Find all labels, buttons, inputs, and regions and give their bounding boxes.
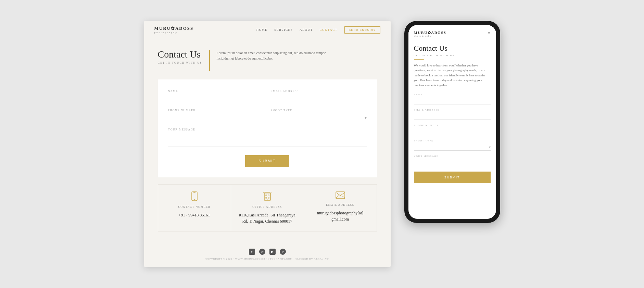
pinterest-icon[interactable]: P <box>280 249 286 255</box>
form-row-1: NAME EMAIL ADDRESS <box>168 90 367 102</box>
mobile-phone-input[interactable] <box>414 128 491 135</box>
desktop-content: Contact Us GET IN TOUCH WITH US Lorem ip… <box>144 39 391 242</box>
svg-rect-5 <box>266 195 267 196</box>
main-container: MURU✿ADOSS photography HOME SERVICES ABO… <box>7 11 637 277</box>
phone-frame: MURU✿ADOSS photography ≡ Contact Us GET … <box>404 21 500 223</box>
mobile-message-field: YOUR MESSAGE <box>414 155 491 166</box>
mobile-gold-divider <box>414 59 424 60</box>
phone-field: PHONE NUMBER <box>168 109 264 121</box>
name-label: NAME <box>168 90 264 93</box>
footer: f ◎ ▶ P COPYRIGHT © 2020 · WWW.MURUGADOS… <box>144 242 391 267</box>
svg-point-2 <box>194 199 195 200</box>
mobile-phone-label: PHONE NUMBER <box>414 124 491 127</box>
send-enquiry-button[interactable]: SEND ENQUIRY <box>344 26 380 34</box>
logo: MURU✿ADOSS photography <box>154 26 194 34</box>
header-description: Lorem ipsum dolor sit amet, consectetur … <box>217 49 333 61</box>
nav-links: HOME SERVICES ABOUT CONTACT SEND ENQUIRY <box>256 26 380 34</box>
footer-text: COPYRIGHT © 2020 · WWW.MURUGADOSSPHOTOGR… <box>151 258 384 260</box>
gold-divider <box>209 50 210 71</box>
nav-home[interactable]: HOME <box>256 28 268 32</box>
desktop-nav: MURU✿ADOSS photography HOME SERVICES ABO… <box>144 21 391 39</box>
shoot-type-label: SHOOT TYPE <box>271 109 367 112</box>
nav-services[interactable]: SERVICES <box>274 28 293 32</box>
email-label: EMAIL ADDRESS <box>271 90 367 93</box>
email-field: EMAIL ADDRESS <box>271 90 367 102</box>
phone-label: PHONE NUMBER <box>168 109 264 112</box>
svg-rect-1 <box>193 192 195 193</box>
phone-container: MURU✿ADOSS photography ≡ Contact Us GET … <box>404 21 500 223</box>
hamburger-icon[interactable]: ≡ <box>488 30 491 36</box>
mobile-shoot-select-wrapper: Wedding Portrait <box>414 143 491 151</box>
contact-number-type: CONTACT NUMBER <box>163 205 226 209</box>
logo-subtitle: photography <box>154 31 178 34</box>
header-subtitle: GET IN TOUCH WITH US <box>158 61 202 64</box>
mobile-page-title: Contact Us <box>414 44 491 53</box>
contact-number-card: CONTACT NUMBER +91 - 99418 86161 <box>158 185 231 231</box>
facebook-icon[interactable]: f <box>249 249 255 255</box>
mobile-email-label: EMAIL ADDRESS <box>414 109 491 111</box>
mobile-phone-field: PHONE NUMBER <box>414 124 491 135</box>
mobile-nav: MURU✿ADOSS photography ≡ <box>408 25 496 40</box>
svg-rect-8 <box>268 197 269 198</box>
nav-contact[interactable]: CONTACT <box>319 28 337 32</box>
message-label: YOUR MESSAGE <box>168 128 367 131</box>
page-title: Contact Us <box>158 49 202 60</box>
contact-number-value: +91 - 99418 86161 <box>163 212 226 218</box>
shoot-type-field: SHOOT TYPE Wedding Portrait Event <box>271 109 367 121</box>
mobile-subtitle: GET IN TOUCH WITH US <box>414 54 491 57</box>
svg-rect-6 <box>268 195 269 196</box>
info-cards: CONTACT NUMBER +91 - 99418 86161 <box>158 184 377 231</box>
nav-about[interactable]: ABOUT <box>300 28 313 32</box>
mobile-message-input[interactable] <box>414 159 491 166</box>
phone-input[interactable] <box>168 114 264 121</box>
email-address-card: EMAIL ADDRESS murugadossphotography[at] … <box>304 185 377 231</box>
mobile-message-label: YOUR MESSAGE <box>414 155 491 158</box>
page-header: Contact Us GET IN TOUCH WITH US Lorem ip… <box>158 49 377 71</box>
office-address-type: OFFICE ADDRESS <box>236 205 299 209</box>
svg-rect-7 <box>266 197 267 198</box>
email-address-value: murugadossphotography[at] gmail.com <box>309 210 371 222</box>
mobile-name-field: NAME <box>414 93 491 104</box>
svg-rect-10 <box>336 192 345 199</box>
header-left: Contact Us GET IN TOUCH WITH US <box>158 49 202 64</box>
youtube-icon[interactable]: ▶ <box>269 249 276 255</box>
mobile-content: Contact Us GET IN TOUCH WITH US We would… <box>408 40 496 187</box>
svg-rect-9 <box>267 199 268 200</box>
mobile-shoot-field: SHOOT TYPE Wedding Portrait <box>414 139 491 151</box>
mobile-name-input[interactable] <box>414 98 491 104</box>
mobile-logo-text: MURU✿ADOSS <box>414 30 446 35</box>
submit-button[interactable]: SUBMIT <box>245 155 290 167</box>
instagram-icon[interactable]: ◎ <box>259 249 265 255</box>
phone-screen: MURU✿ADOSS photography ≡ Contact Us GET … <box>408 25 496 219</box>
office-address-card: OFFICE ADDRESS #116,Kasi Arcade, Sir The… <box>231 185 304 231</box>
name-field: NAME <box>168 90 264 102</box>
mobile-name-label: NAME <box>414 93 491 96</box>
mobile-submit-button[interactable]: SUBMIT <box>414 172 491 183</box>
mobile-logo-sub: photography <box>414 35 446 37</box>
envelope-icon <box>309 191 371 201</box>
mobile-description: We would love to hear from you! Whether … <box>414 63 491 88</box>
form-row-2: PHONE NUMBER SHOOT TYPE Wedding Portrait… <box>168 109 367 121</box>
mobile-email-field: EMAIL ADDRESS <box>414 109 491 120</box>
email-input[interactable] <box>271 95 367 102</box>
social-icons: f ◎ ▶ P <box>151 249 384 255</box>
building-icon <box>236 191 299 203</box>
contact-form-card: NAME EMAIL ADDRESS PHONE NUMBER SHOOT TY… <box>158 79 377 177</box>
desktop-card: MURU✿ADOSS photography HOME SERVICES ABO… <box>144 21 391 267</box>
mobile-shoot-label: SHOOT TYPE <box>414 139 491 142</box>
phone-icon <box>163 191 226 203</box>
name-input[interactable] <box>168 95 264 102</box>
shoot-type-select-wrapper: Wedding Portrait Event <box>271 114 367 121</box>
mobile-logo: MURU✿ADOSS photography <box>414 30 446 37</box>
message-input[interactable] <box>168 133 367 147</box>
message-field: YOUR MESSAGE <box>168 128 367 148</box>
logo-text: MURU✿ADOSS <box>154 26 194 31</box>
shoot-type-select[interactable]: Wedding Portrait Event <box>271 114 367 121</box>
mobile-email-input[interactable] <box>414 113 491 120</box>
office-address-value: #116,Kasi Arcade, Sir Theagaraya Rd, T. … <box>236 212 299 224</box>
mobile-shoot-select[interactable]: Wedding Portrait <box>414 144 491 151</box>
email-address-type: EMAIL ADDRESS <box>309 203 371 206</box>
